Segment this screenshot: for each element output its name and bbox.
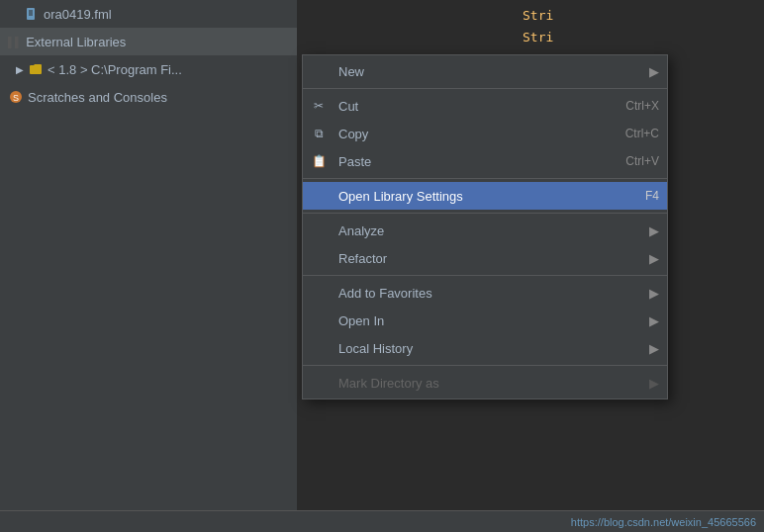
expand-arrow-icon: ▶ [16, 64, 24, 75]
menu-item-copy[interactable]: ⧉ Copy Ctrl+C [303, 120, 667, 147]
sidebar-item-jdk-label: < 1.8 > C:\Program Fi... [48, 62, 182, 77]
status-bar-url: https://blog.csdn.net/weixin_45665566 [571, 516, 756, 528]
context-menu: New ▶ ✂ Cut Ctrl+X ⧉ Copy Ctrl+C 📋 Paste… [302, 54, 668, 399]
menu-item-open-in-label: Open In [338, 313, 645, 328]
menu-separator-4 [303, 275, 667, 276]
menu-separator-5 [303, 365, 667, 366]
collapse-icon: ▌▌ [8, 37, 22, 47]
code-text-17: Stri [523, 8, 553, 23]
menu-separator-3 [303, 213, 667, 214]
menu-item-new-label: New [338, 64, 645, 79]
menu-item-mark-directory: Mark Directory as ▶ [303, 369, 667, 397]
menu-item-open-in-arrow: ▶ [649, 313, 659, 328]
paste-icon: 📋 [311, 153, 327, 169]
menu-item-copy-shortcut: Ctrl+C [625, 127, 659, 140]
code-line-17: Stri [523, 4, 756, 26]
menu-item-paste-label: Paste [338, 154, 606, 169]
menu-item-open-in[interactable]: Open In ▶ [303, 307, 667, 334]
menu-item-refactor-arrow: ▶ [649, 251, 659, 266]
svg-text:S: S [13, 93, 19, 103]
cut-icon: ✂ [311, 98, 327, 114]
sidebar: ora0419.fml ▌▌ External Libraries ▶ < 1.… [0, 0, 297, 532]
menu-item-paste[interactable]: 📋 Paste Ctrl+V [303, 147, 667, 175]
sidebar-item-libraries-label: External Libraries [26, 35, 126, 49]
sidebar-item-jdk[interactable]: ▶ < 1.8 > C:\Program Fi... [0, 55, 297, 83]
menu-item-add-favorites-arrow: ▶ [649, 286, 659, 301]
sidebar-item-file-label: ora0419.fml [44, 7, 112, 22]
scratches-icon: S [8, 89, 24, 105]
menu-item-local-history-arrow: ▶ [649, 341, 659, 356]
svg-rect-0 [27, 8, 35, 20]
menu-item-refactor-label: Refactor [338, 251, 645, 266]
menu-item-add-favorites[interactable]: Add to Favorites ▶ [303, 279, 667, 307]
menu-item-refactor[interactable]: Refactor ▶ [303, 244, 667, 272]
menu-item-mark-directory-label: Mark Directory as [338, 376, 645, 391]
menu-item-cut[interactable]: ✂ Cut Ctrl+X [303, 92, 667, 120]
sidebar-item-scratches-label: Scratches and Consoles [28, 90, 167, 105]
menu-item-local-history[interactable]: Local History ▶ [303, 334, 667, 362]
status-bar: https://blog.csdn.net/weixin_45665566 [0, 510, 764, 532]
menu-separator-1 [303, 88, 667, 89]
menu-item-paste-shortcut: Ctrl+V [625, 154, 659, 168]
menu-item-cut-shortcut: Ctrl+X [625, 99, 659, 113]
sidebar-item-scratches[interactable]: S Scratches and Consoles [0, 83, 297, 111]
menu-item-new-arrow: ▶ [649, 64, 659, 79]
copy-icon: ⧉ [311, 126, 327, 141]
menu-item-analyze-arrow: ▶ [649, 223, 659, 238]
file-icon [24, 6, 40, 22]
menu-item-analyze[interactable]: Analyze ▶ [303, 217, 667, 244]
menu-item-local-history-label: Local History [338, 341, 645, 356]
folder-icon [28, 61, 44, 77]
menu-item-open-library-label: Open Library Settings [338, 189, 625, 204]
menu-item-open-library-shortcut: F4 [645, 189, 659, 203]
menu-item-mark-directory-arrow: ▶ [649, 376, 659, 391]
menu-item-analyze-label: Analyze [338, 223, 645, 238]
sidebar-item-external-libraries[interactable]: ▌▌ External Libraries [0, 28, 297, 55]
menu-item-copy-label: Copy [338, 127, 606, 141]
code-line-18: Stri [523, 26, 756, 47]
menu-item-cut-label: Cut [338, 99, 606, 114]
menu-separator-2 [303, 178, 667, 179]
menu-item-add-favorites-label: Add to Favorites [338, 286, 645, 301]
code-text-18: Stri [523, 30, 553, 44]
menu-item-open-library[interactable]: Open Library Settings F4 [303, 182, 667, 210]
sidebar-item-file[interactable]: ora0419.fml [0, 0, 297, 28]
menu-item-new[interactable]: New ▶ [303, 57, 667, 85]
